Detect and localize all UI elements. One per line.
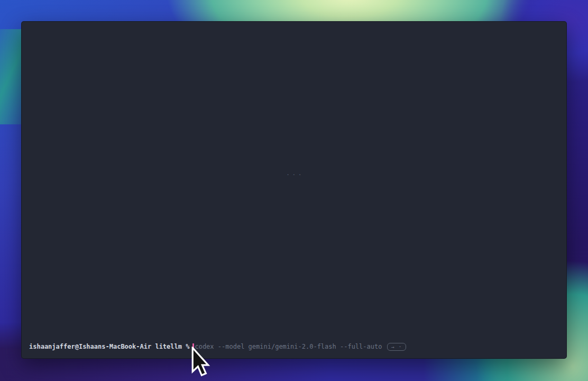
terminal-window[interactable]: ··· ishaanjaffer@Ishaans-MacBook-Air lit… [21,21,567,359]
terminal-loading-ellipsis: ··· [286,171,304,178]
autosuggestion-text: codex --model gemini/gemini-2.0-flash --… [195,342,382,351]
desktop: { "terminal": { "prompt_text": "ishaanja… [0,0,588,381]
text-cursor-caret [192,343,194,351]
shell-prompt: ishaanjaffer@Ishaans-MacBook-Air litellm… [29,342,189,351]
terminal-prompt-line[interactable]: ishaanjaffer@Ishaans-MacBook-Air litellm… [29,342,561,351]
tab-hint-badge: → · [387,343,406,351]
